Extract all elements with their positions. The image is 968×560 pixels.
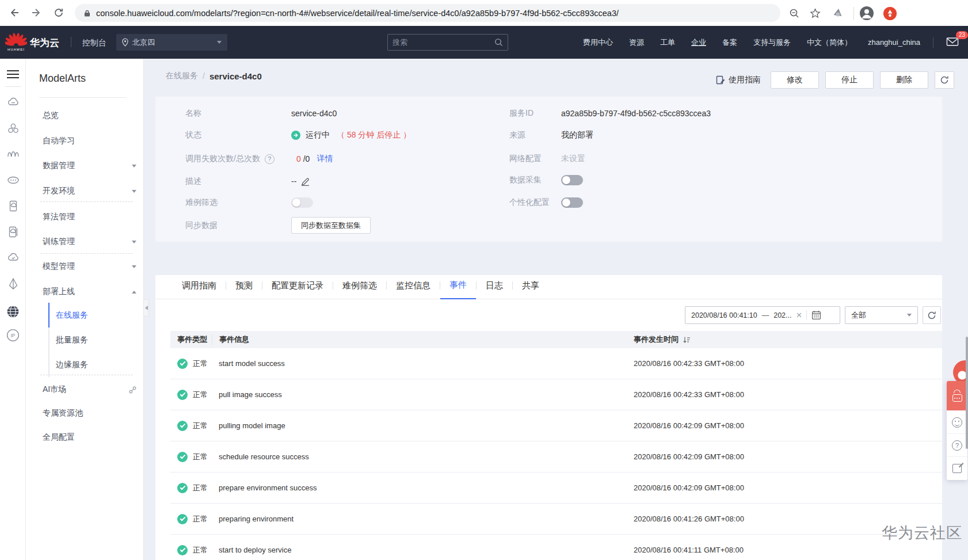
tab-config-updates[interactable]: 配置更新记录 [262, 280, 333, 299]
survey-button[interactable] [947, 457, 967, 480]
training-management-icon[interactable] [6, 225, 20, 238]
detail-row-custom-config: 个性化配置 [509, 197, 583, 208]
toolbar-divider [853, 7, 854, 20]
tab-hard-examples[interactable]: 难例筛选 [333, 280, 386, 299]
overview-icon[interactable] [6, 96, 20, 109]
sync-data-button[interactable]: 同步数据至数据集 [291, 217, 371, 234]
huawei-logo-icon[interactable]: HUAWEI [5, 31, 28, 51]
nav-tickets[interactable]: 工单 [660, 37, 675, 48]
zoom-icon[interactable] [786, 5, 802, 21]
window-scrollbar[interactable] [966, 337, 968, 449]
service-name-value: service-d4c0 [291, 109, 337, 118]
sidebar-item-training-management[interactable]: 训练管理 [43, 236, 136, 247]
deployment-icon[interactable] [6, 277, 20, 290]
tab-monitoring[interactable]: 监控信息 [387, 280, 440, 299]
dashed-divider [40, 375, 133, 375]
nav-resources[interactable]: 资源 [629, 37, 644, 48]
event-type-select[interactable]: 全部 [845, 306, 918, 324]
back-icon[interactable] [6, 5, 22, 21]
model-management-icon[interactable] [6, 251, 20, 264]
calls-details-link[interactable]: 详情 [317, 154, 333, 164]
sidebar-item-algorithm-management[interactable]: 算法管理 [43, 211, 136, 223]
nav-billing[interactable]: 费用中心 [583, 37, 613, 48]
sidebar-subitem-edge-services[interactable]: 边缘服务 [48, 352, 135, 377]
ip-pool-icon[interactable]: IP [6, 329, 20, 342]
sidebar-subitem-real-time-services[interactable]: 在线服务 [48, 303, 135, 327]
search-input[interactable] [392, 38, 494, 47]
event-message: pull image success [219, 390, 634, 399]
event-row: 正常 prepare environment success 2020/08/1… [170, 473, 942, 504]
breadcrumb-real-time-services[interactable]: 在线服务 [166, 71, 198, 81]
extension-icon[interactable] [830, 5, 846, 21]
profile-avatar[interactable] [859, 5, 875, 21]
calendar-icon[interactable] [811, 310, 821, 320]
clear-date-icon[interactable] [796, 310, 802, 320]
sidebar-item-global-config[interactable]: 全局配置 [43, 432, 136, 443]
extension-red-icon[interactable] [882, 5, 898, 21]
usage-guide-link[interactable]: 使用指南 [716, 75, 761, 85]
success-check-icon [177, 421, 188, 431]
refresh-events-button[interactable] [923, 306, 941, 324]
event-row: 正常 pull image success 2020/08/16 00:42:3… [170, 379, 942, 410]
nav-enterprise[interactable]: 企业 [691, 37, 706, 48]
sort-icon[interactable] [683, 336, 691, 344]
region-selector[interactable]: 北京四 [116, 34, 227, 51]
console-link[interactable]: 控制台 [82, 38, 106, 48]
detail-row-data-collection: 数据采集 [509, 174, 583, 186]
custom-config-toggle[interactable] [561, 197, 583, 208]
sidebar-subitem-batch-services[interactable]: 批量服务 [48, 327, 135, 352]
nav-support[interactable]: 支持与服务 [753, 37, 791, 48]
header-event-time: 事件发生时间 [634, 334, 679, 345]
events-table: 事件类型 事件信息 事件发生时间 正常 start model success … [170, 331, 942, 560]
brand-name[interactable]: 华为云 [30, 36, 59, 49]
nav-language[interactable]: 中文（简体） [807, 37, 852, 48]
tab-usage-guide[interactable]: 调用指南 [173, 280, 226, 299]
data-management-icon[interactable] [6, 147, 20, 160]
tab-events[interactable]: 事件 [440, 280, 476, 299]
refresh-button[interactable] [935, 71, 954, 89]
event-message: schedule resource success [219, 452, 634, 461]
sidebar-item-data-management[interactable]: 数据管理 [43, 160, 136, 172]
edit-description-icon[interactable] [301, 177, 310, 186]
menu-icon[interactable] [7, 70, 19, 81]
help-icon[interactable] [265, 154, 275, 164]
auto-learning-icon[interactable] [6, 121, 20, 135]
data-collection-toggle[interactable] [561, 175, 583, 185]
tab-logs[interactable]: 日志 [477, 280, 512, 299]
sidebar-title: ModelArts [39, 73, 86, 85]
tab-sharing[interactable]: 共享 [513, 280, 548, 299]
sidebar-item-dedicated-resource-pool[interactable]: 专属资源池 [43, 407, 136, 419]
delete-button[interactable]: 删除 [880, 71, 928, 89]
hard-example-toggle[interactable] [291, 197, 313, 208]
sidebar-item-dev-environment[interactable]: 开发环境 [43, 185, 136, 197]
feedback-smiley-button[interactable] [947, 411, 967, 434]
sidebar-item-ai-market[interactable]: AI市场 [43, 384, 136, 395]
dev-environment-icon[interactable] [6, 173, 20, 186]
modify-button[interactable]: 修改 [771, 71, 819, 89]
auto-stop-note: （ 58 分钟 后停止 ） [337, 130, 411, 140]
sidebar-item-deployment[interactable]: 部署上线 [43, 286, 136, 298]
nav-icp[interactable]: 备案 [722, 37, 737, 48]
bookmark-star-icon[interactable] [807, 5, 823, 21]
date-range-input[interactable]: 2020/08/16 00:41:10 — 202... [685, 306, 840, 324]
algorithm-management-icon[interactable] [6, 199, 20, 212]
help-button[interactable] [947, 434, 967, 457]
messages-button[interactable]: 23 [946, 37, 960, 48]
chat-support-button[interactable] [947, 381, 967, 411]
address-bar[interactable]: console.huaweicloud.com/modelarts/?regio… [75, 4, 780, 22]
stop-button[interactable]: 停止 [825, 71, 874, 89]
header-search[interactable] [387, 34, 508, 51]
event-row: 正常 schedule resource success 2020/08/16 … [170, 441, 942, 473]
event-message: start model success [219, 359, 634, 368]
sidebar-item-overview[interactable]: 总览 [43, 110, 136, 121]
sidebar-item-model-management[interactable]: 模型管理 [43, 261, 136, 272]
search-icon[interactable] [494, 38, 503, 47]
source-value: 我的部署 [561, 130, 593, 140]
username[interactable]: zhanghui_china [868, 38, 920, 47]
sidebar-collapse-handle[interactable] [144, 299, 149, 317]
forward-icon[interactable] [29, 5, 45, 21]
reload-icon[interactable] [51, 5, 67, 21]
ai-market-icon[interactable] [6, 305, 20, 318]
sidebar-item-auto-learning[interactable]: 自动学习 [43, 135, 136, 147]
tab-prediction[interactable]: 预测 [226, 280, 262, 299]
